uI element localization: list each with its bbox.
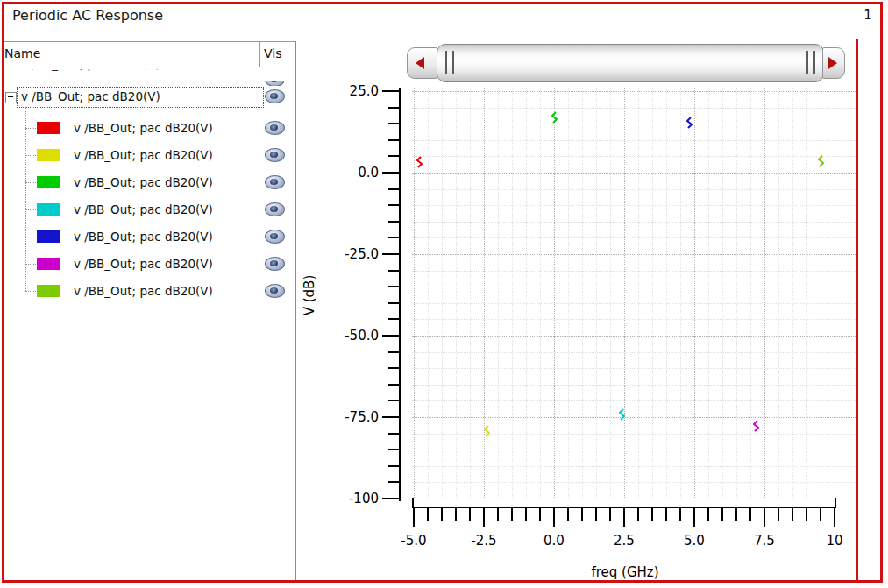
y-major-tick [382,172,400,174]
trace-row[interactable]: v /BB_Out; pac dB20(V) [0,226,295,247]
header-column-separator[interactable] [259,42,260,67]
column-header-vis[interactable]: Vis [264,46,281,60]
trace-data-point[interactable] [416,155,423,167]
parent-trace-label[interactable]: v /BB_Out; pac dB20(V) [21,89,160,103]
thumb-grip-left[interactable] [445,51,454,74]
trace-label[interactable]: v /BB_Out; pac dB20(V) [74,121,213,135]
scrollbar-left-button[interactable] [407,47,437,79]
minor-gridline-v [568,88,569,499]
thumb-grip-right[interactable] [806,51,815,74]
trace-color-swatch[interactable] [37,176,60,188]
minor-gridline-v [652,88,653,499]
trace-row[interactable]: v /BB_Out; pac dB20(V) [0,253,295,274]
x-minor-tick [567,508,569,521]
major-gridline-h [412,336,856,337]
minor-gridline-v [750,88,751,499]
minor-gridline-v [442,88,443,499]
x-minor-tick [609,508,611,521]
trace-color-swatch[interactable] [37,122,60,134]
x-major-tick [483,508,485,527]
eye-icon[interactable] [265,175,285,189]
clipped-tree-row: v /BB_Out; pac dB20(V) [18,69,256,86]
page-title: Periodic AC Response [12,7,163,24]
y-minor-tick [388,270,400,272]
y-axis-title: V (dB) [302,251,317,339]
trace-color-swatch[interactable] [37,285,60,297]
eye-icon[interactable] [265,230,285,244]
header-bottom-border [4,67,295,67]
trace-row[interactable]: v /BB_Out; pac dB20(V) [0,172,295,193]
trace-row[interactable]: v /BB_Out; pac dB20(V) [0,280,295,301]
major-gridline-h [412,254,856,255]
x-minor-tick [651,508,653,521]
minor-gridline-v [456,88,457,499]
y-tick-label: 0.0 [324,165,379,181]
minor-gridline-v [498,88,499,499]
trace-row[interactable]: v /BB_Out; pac dB20(V) [0,145,295,166]
minor-gridline-v [792,88,793,499]
trace-data-point[interactable] [551,110,558,123]
trace-label[interactable]: v /BB_Out; pac dB20(V) [74,175,213,189]
trace-data-point[interactable] [686,116,693,128]
periodic-ac-response-window: Periodic AC Response 1 Name Vis v /BB_Ou… [0,0,888,588]
eye-icon[interactable] [265,257,285,271]
trace-label[interactable]: v /BB_Out; pac dB20(V) [74,202,213,216]
trace-label[interactable]: v /BB_Out; pac dB20(V) [74,148,213,162]
collapse-minus-icon[interactable] [5,92,17,103]
trace-color-swatch[interactable] [37,230,60,243]
minor-gridline-v [470,88,471,499]
tree-branch-stub [25,237,36,237]
x-tick-label: 10 [808,533,861,549]
scrollbar-right-button[interactable] [822,47,845,79]
minor-gridline-v [778,88,779,499]
eye-icon[interactable] [265,121,285,135]
y-major-tick [382,253,400,255]
y-axis-spine [399,88,401,501]
trace-label[interactable]: v /BB_Out; pac dB20(V) [74,284,213,298]
trace-color-swatch[interactable] [37,258,60,270]
trace-data-point[interactable] [753,419,759,431]
scrollbar-thumb[interactable] [437,44,824,82]
red-right-triangle-icon [828,57,837,69]
trace-row[interactable]: v /BB_Out; pac dB20(V) [0,117,295,138]
eye-icon[interactable] [265,202,285,216]
x-tick-label: 0.0 [528,533,580,549]
x-minor-tick [581,508,583,521]
trace-color-swatch[interactable] [37,149,60,161]
minor-gridline-v [526,88,527,499]
x-axis-right-cap [835,498,836,507]
major-gridline-v [835,88,835,499]
minor-gridline-v [512,88,513,499]
eye-icon[interactable] [265,89,285,103]
trace-color-swatch[interactable] [37,203,60,216]
minor-gridline-h [412,400,856,401]
panel-divider[interactable] [295,41,296,580]
trace-data-point[interactable] [818,154,824,166]
tree-branch-stub [25,209,36,210]
trace-label[interactable]: v /BB_Out; pac dB20(V) [74,257,213,271]
column-header-name[interactable]: Name [4,46,40,60]
trace-data-point[interactable] [619,407,625,420]
x-minor-tick [511,508,513,521]
y-minor-tick [388,204,400,206]
eye-icon[interactable] [265,284,285,298]
minor-gridline-h [412,156,856,157]
trace-data-point[interactable] [484,424,490,436]
minor-gridline-v [680,88,681,499]
y-minor-tick [388,107,400,109]
x-minor-tick [427,508,429,521]
minor-gridline-v [582,88,583,499]
x-minor-tick [749,508,751,521]
x-tick-label: 2.5 [598,533,650,549]
eye-icon[interactable] [265,148,285,162]
major-gridline-v [624,88,625,499]
trace-row[interactable]: v /BB_Out; pac dB20(V) [0,199,295,220]
x-minor-tick [735,508,737,521]
minor-gridline-h [412,319,856,320]
y-tick-label: 25.0 [324,83,379,99]
major-gridline-v [554,88,555,499]
minor-gridline-h [412,140,856,141]
trace-label[interactable]: v /BB_Out; pac dB20(V) [74,230,213,244]
minor-gridline-v [806,88,807,499]
x-tick-label: -5.0 [387,533,440,549]
